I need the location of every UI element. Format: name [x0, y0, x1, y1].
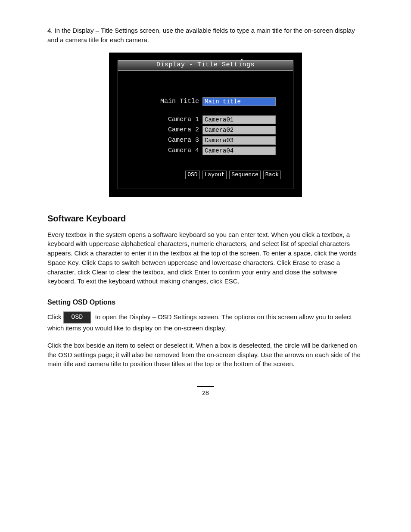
label-camera-4: Camera 4 [126, 146, 202, 156]
row-camera-2: Camera 2 [126, 125, 285, 135]
input-camera-4[interactable] [202, 146, 276, 155]
label-camera-3: Camera 3 [126, 136, 202, 145]
document-body: 4. In the Display – Title Settings scree… [47, 26, 364, 369]
row-camera-1: Camera 1 [126, 115, 285, 124]
heading-software-keyboard: Software Keyboard [47, 212, 364, 225]
label-camera-2: Camera 2 [126, 125, 202, 135]
heading-setting-osd-options: Setting OSD Options [47, 297, 364, 307]
osd-additional-paragraph: Click the box beside an item to select o… [47, 341, 364, 369]
osd-button[interactable]: OSD [185, 171, 199, 179]
row-main-title: Main Title [126, 97, 285, 106]
input-camera-3[interactable] [202, 136, 276, 145]
dvr-window-title: Display - Title Settings [118, 60, 293, 71]
label-main-title: Main Title [126, 97, 202, 106]
inline-osd-button[interactable]: OSD [63, 311, 91, 324]
sequence-button[interactable]: Sequence [229, 171, 260, 179]
dvr-footer-buttons: OSD Layout Sequence Back [185, 171, 281, 179]
layout-button[interactable]: Layout [202, 171, 227, 179]
dvr-form-area: Main Title Camera 1 Camera 2 Camer [126, 97, 285, 156]
input-camera-1[interactable] [202, 115, 276, 124]
label-camera-1: Camera 1 [126, 115, 202, 124]
osd-options-paragraph: Click OSD to open the Display – OSD Sett… [47, 311, 364, 333]
row-camera-3: Camera 3 [126, 136, 285, 145]
intro-paragraph: 4. In the Display – Title Settings scree… [47, 26, 364, 45]
page-separator [197, 386, 214, 387]
row-camera-4: Camera 4 [126, 146, 285, 156]
osd-para-lead: Click [47, 313, 62, 320]
figure-wrapper: ▸ Display - Title Settings Main Title Ca… [47, 53, 364, 197]
back-button[interactable]: Back [263, 171, 281, 179]
dvr-panel: Main Title Camera 1 Camera 2 Camer [118, 70, 293, 189]
page-number: 28 [47, 389, 364, 396]
osd-para-rest: to open the Display – OSD Settings scree… [47, 313, 352, 332]
software-keyboard-paragraph: Every textbox in the system opens a soft… [47, 230, 364, 286]
document-page: 4. In the Display – Title Settings scree… [0, 0, 411, 532]
dvr-display-title-settings-screen: ▸ Display - Title Settings Main Title Ca… [109, 53, 302, 197]
input-camera-2[interactable] [202, 126, 276, 134]
input-main-title[interactable] [202, 97, 276, 106]
